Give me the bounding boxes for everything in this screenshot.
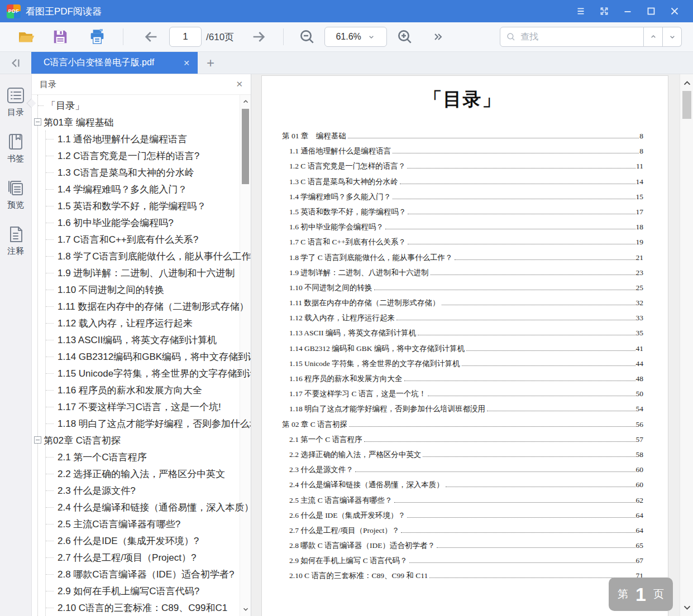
next-page-button[interactable] <box>248 27 269 47</box>
zoom-in-button[interactable] <box>395 27 415 47</box>
save-button[interactable] <box>50 27 70 47</box>
doc-toc-entry[interactable]: 1.6 初中毕业能学会编程吗？18 <box>282 222 643 237</box>
prev-page-button[interactable] <box>141 27 161 47</box>
doc-toc-entry[interactable]: 2.9 如何在手机上编写 C 语言代码？67 <box>282 556 643 571</box>
sidebar-item-label: 注释 <box>7 246 24 257</box>
doc-toc-entry[interactable]: 2.7 什么是工程/项目（Project）？64 <box>282 526 643 541</box>
toc-tree-item[interactable]: 1.14 GB2312编码和GBK编码，将中文存储到计算机 <box>32 348 251 365</box>
doc-toc-entry[interactable]: 2.6 什么是 IDE（集成开发环境）？64 <box>282 511 643 526</box>
doc-toc-entry[interactable]: 1.15 Unicode 字符集，将全世界的文字存储到计算机44 <box>282 359 643 374</box>
doc-toc-entry[interactable]: 1.3 C 语言是菜鸟和大神的分水岭14 <box>282 177 643 192</box>
new-tab-button[interactable]: + <box>198 52 223 74</box>
doc-toc-entry[interactable]: 1.7 C 语言和 C++到底有什么关系？19 <box>282 237 643 252</box>
sidebar-item-bookmarks[interactable]: 书签 <box>6 132 26 164</box>
scroll-up-icon[interactable] <box>680 76 693 90</box>
doc-toc-entry[interactable]: 2.10 C 语言的三套标准：C89、C99 和 C1171 <box>282 571 643 586</box>
doc-toc-entry[interactable]: 1.14 GB2312 编码和 GBK 编码，将中文存储到计算机41 <box>282 344 643 359</box>
toc-tree-item[interactable]: 1.13 ASCII编码，将英文存储到计算机 <box>32 331 251 348</box>
doc-toc-entry[interactable]: 1.8 学了 C 语言到底能做什么，能从事什么工作？21 <box>282 253 643 268</box>
fullscreen-icon[interactable] <box>592 2 616 20</box>
doc-toc-entry[interactable]: 第 02 章 C 语言初探56 <box>282 420 643 435</box>
document-scrollbar[interactable] <box>680 74 693 616</box>
doc-toc-entry[interactable]: 1.10 不同进制之间的转换25 <box>282 283 643 298</box>
doc-toc-entry[interactable]: 2.3 什么是源文件？60 <box>282 465 643 480</box>
sidebar-item-annotations[interactable]: 注释 <box>6 224 26 257</box>
toc-tree-item[interactable]: 1.8 学了C语言到底能做什么，能从事什么工作? <box>32 248 251 264</box>
toc-tree-item[interactable]: 2.7 什么是工程/项目（Project）? <box>32 549 251 566</box>
toc-tree-item[interactable]: 2.4 什么是编译和链接（通俗易懂，深入本质） <box>32 499 251 516</box>
toc-tree-item[interactable]: 1.17 不要这样学习C语言，这是一个坑! <box>32 398 251 415</box>
toc-tree-item[interactable]: 1.11 数据在内存中的存储（二进制形式存储） <box>32 298 251 315</box>
tab-close-icon[interactable]: ✕ <box>179 59 190 68</box>
collapse-minus-icon[interactable] <box>34 118 41 126</box>
toc-item-label: 2.9 如何在手机上编写C语言代码? <box>58 585 199 598</box>
toc-tree-item[interactable]: 2.5 主流C语言编译器有哪些? <box>32 516 251 532</box>
doc-toc-entry[interactable]: 第 01 章 编程基础8 <box>282 131 643 146</box>
toc-tree-item[interactable]: 2.6 什么是IDE（集成开发环境）? <box>32 532 251 549</box>
doc-toc-entry[interactable]: 1.9 进制详解：二进制、八进制和十六进制23 <box>282 268 643 283</box>
doc-toc-entry[interactable]: 1.18 明白了这点才能学好编程，否则参加什么培训班都没用54 <box>282 404 643 419</box>
doc-toc-entry[interactable]: 1.16 程序员的薪水和发展方向大全48 <box>282 374 643 389</box>
toc-tree-item[interactable]: 1.12 载入内存，让程序运行起来 <box>32 315 251 331</box>
toc-tree-item[interactable]: 2.2 选择正确的输入法，严格区分中英文 <box>32 465 251 482</box>
doc-toc-entry[interactable]: 1.13 ASCII 编码，将英文存储到计算机35 <box>282 328 643 343</box>
minimize-icon[interactable] <box>616 2 639 20</box>
more-tools-icon[interactable] <box>427 27 447 47</box>
sidebar-item-preview[interactable]: 预览 <box>6 178 26 210</box>
toc-tree-item[interactable]: 2.3 什么是源文件? <box>32 482 251 499</box>
doc-toc-entry[interactable]: 2.1 第一个 C 语言程序57 <box>282 435 643 450</box>
search-input[interactable] <box>520 32 638 42</box>
find-previous-button[interactable] <box>644 27 663 47</box>
toc-tree-item[interactable]: 1.16 程序员的薪水和发展方向大全 <box>32 382 251 398</box>
toc-tree-item[interactable]: 1.6 初中毕业能学会编程吗? <box>32 214 251 231</box>
sidebar-item-toc[interactable]: 目录 <box>6 85 26 118</box>
toc-tree-item[interactable]: 1.7 C语言和C++到底有什么关系? <box>32 231 251 248</box>
toc-item-label: 2.1 第一个C语言程序 <box>58 451 147 464</box>
tab-bar: C语言小白变怪兽电子版.pdf ✕ + <box>0 52 693 74</box>
toc-tree-item[interactable]: 1.9 进制详解：二进制、八进制和十六进制 <box>32 264 251 281</box>
toc-tree-item[interactable]: 1.4 学编程难吗？多久能入门？ <box>32 181 251 198</box>
doc-toc-entry[interactable]: 1.1 通俗地理解什么是编程语言8 <box>282 146 643 161</box>
open-file-button[interactable] <box>16 27 36 47</box>
toc-tree-item[interactable]: 1.15 Unicode字符集，将全世界的文字存储到计算机 <box>32 365 251 382</box>
toc-tree-item[interactable]: 「目录」 <box>32 97 251 114</box>
doc-toc-entry[interactable]: 1.17 不要这样学习 C 语言，这是一个坑！50 <box>282 389 643 404</box>
toc-tree-item[interactable]: 2.8 哪款C语言编译器（IDE）适合初学者? <box>32 566 251 583</box>
collapse-minus-icon[interactable] <box>34 436 41 444</box>
scrollbar-thumb[interactable] <box>682 91 691 119</box>
find-next-button[interactable] <box>663 27 682 47</box>
doc-toc-entry[interactable]: 1.4 学编程难吗？多久能入门？15 <box>282 192 643 207</box>
doc-toc-entry[interactable]: 2.8 哪款 C 语言编译器（IDE）适合初学者？65 <box>282 541 643 556</box>
collapse-tabs-icon[interactable] <box>0 52 31 74</box>
zoom-level-select[interactable]: 61.6% <box>324 27 387 47</box>
maximize-icon[interactable] <box>639 2 663 20</box>
doc-toc-entry[interactable]: 2.2 选择正确的输入法，严格区分中英文58 <box>282 450 643 465</box>
dotted-leader <box>442 305 635 305</box>
toc-tree-item[interactable]: 第01章 编程基础 <box>32 114 251 131</box>
toc-tree-item[interactable]: 2.9 如何在手机上编写C语言代码? <box>32 583 251 599</box>
zoom-out-button[interactable] <box>297 27 317 47</box>
doc-toc-entry[interactable]: 1.12 载入内存，让程序运行起来33 <box>282 313 643 328</box>
scroll-down-icon[interactable] <box>680 600 693 614</box>
toc-tree-item[interactable]: 1.18 明白了这点才能学好编程，否则参加什么培训班都没用 <box>32 415 251 432</box>
doc-toc-entry[interactable]: 2.5 主流 C 语言编译器有哪些？62 <box>282 495 643 511</box>
toc-tree-item[interactable]: 1.2 C语言究竟是一门怎样的语言? <box>32 147 251 164</box>
toc-tree-item[interactable]: 2.10 C语言的三套标准：C89、C99和C1 <box>32 599 251 616</box>
search-box[interactable] <box>500 27 644 47</box>
toc-tree-item[interactable]: 1.5 英语和数学不好，能学编程吗？ <box>32 198 251 214</box>
toc-tree-item[interactable]: 第02章 C语言初探 <box>32 432 251 449</box>
page-number-input[interactable] <box>169 27 202 47</box>
doc-toc-entry[interactable]: 1.5 英语和数学不好，能学编程吗？17 <box>282 207 643 222</box>
toc-tree-item[interactable]: 2.1 第一个C语言程序 <box>32 449 251 465</box>
tab-active[interactable]: C语言小白变怪兽电子版.pdf ✕ <box>31 52 198 74</box>
doc-toc-entry[interactable]: 1.2 C 语言究竟是一门怎样的语言？11 <box>282 161 643 176</box>
print-button[interactable] <box>87 27 107 47</box>
toc-tree-item[interactable]: 1.10 不同进制之间的转换 <box>32 281 251 298</box>
close-icon[interactable] <box>663 2 686 20</box>
doc-toc-entry[interactable]: 2.4 什么是编译和链接（通俗易懂，深入本质）60 <box>282 480 643 495</box>
toc-panel-close-icon[interactable]: ✕ <box>236 79 243 89</box>
doc-toc-entry[interactable]: 1.11 数据在内存中的存储（二进制形式存储）32 <box>282 298 643 313</box>
toc-tree-item[interactable]: 1.1 通俗地理解什么是编程语言 <box>32 131 251 147</box>
menu-icon[interactable] <box>569 2 592 20</box>
toc-tree-item[interactable]: 1.3 C语言是菜鸟和大神的分水岭 <box>32 164 251 181</box>
